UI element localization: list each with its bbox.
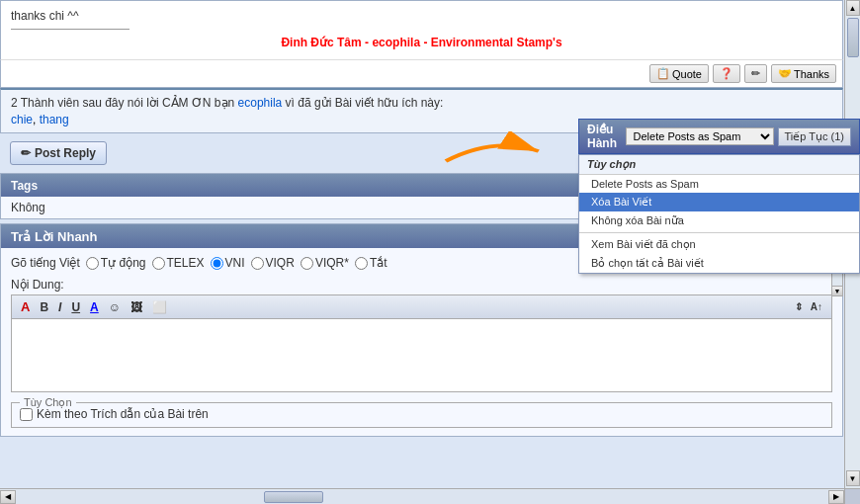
radio-tu-dong-input[interactable] <box>86 257 99 270</box>
radio-viqr-star-input[interactable] <box>301 257 313 270</box>
toolbar-underline-button[interactable]: U <box>68 299 83 315</box>
dropdown-item-bo-chon[interactable]: Bỏ chọn tất cả Bài viết <box>579 254 859 273</box>
reply-label: Post Reply <box>35 146 96 160</box>
radio-vni[interactable]: VNI <box>211 256 245 270</box>
radio-tu-dong[interactable]: Tự động <box>86 256 146 270</box>
post-text: thanks chi ^^ <box>11 9 832 23</box>
options-fieldset: Tùy Chọn Kèm theo Trích dẫn của Bài trên <box>11 396 832 428</box>
tags-value: Không <box>11 201 45 214</box>
trich-dan-checkbox[interactable] <box>20 408 33 421</box>
member2-link[interactable]: thang <box>40 113 69 126</box>
dropdown-overlay: Điều Hành Delete Posts as Spam Tiếp Tục … <box>578 119 860 274</box>
tiep-tuc-button[interactable]: Tiếp Tục (1) <box>778 127 851 146</box>
bottom-scrollbar: ◀ ▶ <box>0 488 844 504</box>
radio-telex-input[interactable] <box>152 257 165 270</box>
thanks-bar: 📋 Quote ❓ ✏ 🤝 Thanks <box>0 59 843 88</box>
members-title-prefix: 2 Thành viên sau đây nói lời CẢM ƠN bạn <box>11 96 234 110</box>
scrollbar-corner <box>844 488 860 504</box>
post-reply-button[interactable]: ✏ Post Reply <box>10 141 107 165</box>
dieu-hanh-title: Điều Hành <box>587 123 622 150</box>
scroll-left-button[interactable]: ◀ <box>0 490 16 504</box>
members-title-suffix: vì đã gửi Bài viết hữu ích này: <box>286 96 444 110</box>
toolbar-extra-button[interactable]: ⬜ <box>149 299 170 315</box>
member1-link[interactable]: chie <box>11 113 33 126</box>
editor-textarea[interactable] <box>12 319 831 388</box>
tuy-chon-header: Tùy chọn <box>579 155 859 175</box>
radio-tat[interactable]: Tắt <box>355 256 387 270</box>
post-author-line: Đinh Đức Tâm - ecophila - Environmental … <box>11 36 832 49</box>
options-content: Kèm theo Trích dẫn của Bài trên <box>20 407 823 421</box>
dieu-hanh-select[interactable]: Delete Posts as Spam <box>626 127 774 145</box>
edit-icon: ✏ <box>751 67 760 80</box>
editor-container: A B I U A ☺ 🖼 ⬜ ⇕ A↑ <box>11 294 832 392</box>
toolbar-resize-button[interactable]: ⇕ <box>792 300 806 313</box>
toolbar-smiley-button[interactable]: ☺ <box>106 299 124 315</box>
toolbar-bold-button[interactable]: B <box>37 299 51 315</box>
quote-icon: 📋 <box>656 67 670 80</box>
radio-tat-label: Tắt <box>370 256 387 270</box>
reply-icon: ✏ <box>21 146 31 160</box>
toolbar-expand-button[interactable]: A↑ <box>808 300 825 313</box>
radio-tat-input[interactable] <box>355 257 368 270</box>
thanks-label: Thanks <box>794 68 829 80</box>
dropdown-item-xem[interactable]: Xem Bài viết đã chọn <box>579 235 859 254</box>
toolbar-image-button[interactable]: 🖼 <box>128 299 145 315</box>
tiep-tuc-label: Tiếp Tục (1) <box>785 130 844 142</box>
radio-vni-label: VNI <box>225 256 245 270</box>
trich-dan-label: Kèm theo Trích dẫn của Bài trên <box>37 407 209 421</box>
scroll-right-button[interactable]: ▶ <box>828 490 844 504</box>
scrollbar-up-button[interactable]: ▲ <box>846 0 860 16</box>
noi-dung-label: Nội Dung: <box>11 278 832 292</box>
edit-button[interactable]: ✏ <box>744 64 767 83</box>
editor-toolbar: A B I U A ☺ 🖼 ⬜ ⇕ A↑ <box>12 295 831 319</box>
post-divider <box>11 29 129 30</box>
toolbar-right: ⇕ A↑ <box>792 300 825 313</box>
post-section: thanks chi ^^ Đinh Đức Tâm - ecophila - … <box>0 0 843 59</box>
toolbar-font-button[interactable]: A <box>18 298 33 315</box>
dieu-hanh-bar: Điều Hành Delete Posts as Spam Tiếp Tục … <box>578 119 860 154</box>
radio-viqr-label: VIQR <box>266 256 295 270</box>
radio-viqr[interactable]: VIQR <box>251 256 295 270</box>
scrollbar-down-button[interactable]: ▼ <box>846 470 860 486</box>
main-wrapper: thanks chi ^^ Đinh Đức Tâm - ecophila - … <box>0 0 860 504</box>
arrow-indicator <box>439 131 550 178</box>
thanks-button[interactable]: 🤝 Thanks <box>771 64 836 83</box>
radio-telex-label: TELEX <box>167 256 205 270</box>
dropdown-item-xoa[interactable]: Xóa Bài Viết <box>579 193 859 211</box>
radio-viqr-star[interactable]: VIQR* <box>301 256 349 270</box>
dropdown-divider <box>579 232 859 233</box>
radio-vni-input[interactable] <box>211 257 223 270</box>
quote-label: Quote <box>672 68 702 80</box>
radio-viqr-input[interactable] <box>251 257 264 270</box>
thanks-icon: 🤝 <box>778 67 792 80</box>
tags-title: Tags <box>11 179 38 193</box>
members-author-link[interactable]: ecophila <box>238 96 283 110</box>
dieu-hanh-select-wrapper: Delete Posts as Spam Tiếp Tục (1) <box>626 127 851 146</box>
quote-button[interactable]: 📋 Quote <box>649 64 709 83</box>
viet-input-label: Gõ tiếng Việt <box>11 256 80 270</box>
dropdown-item-no-xoa[interactable]: Không xóa Bài nữa <box>579 211 859 230</box>
quick-reply-body: Gõ tiếng Việt Tự động TELEX VNI <box>1 248 842 436</box>
scrollbar-thumb[interactable] <box>847 18 859 57</box>
dropdown-menu: Tùy chọn Delete Posts as Spam Xóa Bài Vi… <box>578 154 860 274</box>
radio-viqr-star-label: VIQR* <box>315 256 349 270</box>
scroll-thumb-horizontal[interactable] <box>264 491 323 503</box>
members-title: 2 Thành viên sau đây nói lời CẢM ƠN bạn … <box>11 96 832 110</box>
author-text: Đinh Đức Tâm - ecophila - Environmental … <box>281 36 561 49</box>
help-button[interactable]: ❓ <box>713 64 740 83</box>
dropdown-item-spam[interactable]: Delete Posts as Spam <box>579 175 859 193</box>
quick-reply-title: Trả Lời Nhanh <box>11 229 98 244</box>
scroll-track <box>16 490 844 504</box>
toolbar-color-button[interactable]: A <box>87 299 102 315</box>
mini-scrollbar-down[interactable]: ▼ <box>832 286 842 295</box>
radio-tu-dong-label: Tự động <box>101 256 146 270</box>
toolbar-italic-button[interactable]: I <box>55 299 64 315</box>
radio-telex[interactable]: TELEX <box>152 256 205 270</box>
help-icon: ❓ <box>720 67 733 80</box>
